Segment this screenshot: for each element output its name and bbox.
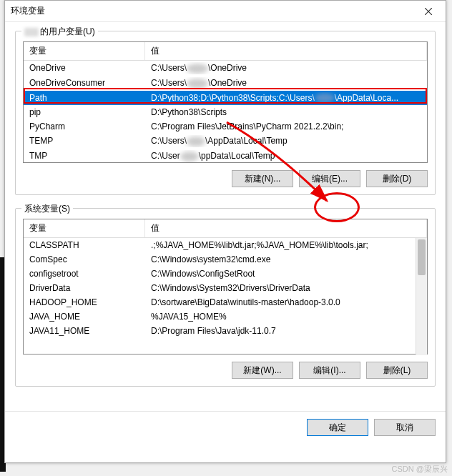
- table-row: JAVA11_HOMED:\Program Files\Java\jdk-11.…: [24, 324, 427, 338]
- dialog-title: 环境变量: [11, 5, 417, 17]
- system-delete-button[interactable]: 删除(L): [366, 362, 428, 379]
- list-header: 变量 值: [24, 42, 427, 61]
- user-new-button[interactable]: 新建(N)...: [232, 170, 293, 187]
- table-row: TMPC:\User\ppData\Local\Temp: [24, 149, 427, 164]
- header-value[interactable]: 值: [145, 219, 427, 237]
- table-row: ComSpecC:\Windows\system32\cmd.exe: [24, 252, 427, 267]
- system-vars-group: 系统变量(S) 变量 值 CLASSPATH.;%JAVA_HOME%\lib\…: [15, 208, 436, 387]
- table-row: configsetrootC:\Windows\ConfigSetRoot: [24, 267, 427, 281]
- table-row: OneDriveConsumerC:\Users\\OneDrive: [24, 76, 427, 91]
- system-vars-label: 系统变量(S): [21, 203, 73, 215]
- system-vars-list[interactable]: 变量 值 CLASSPATH.;%JAVA_HOME%\lib\dt.jar;%…: [23, 219, 428, 354]
- user-edit-button[interactable]: 编辑(E)...: [299, 170, 360, 187]
- close-button[interactable]: [417, 1, 440, 21]
- list-header: 变量 值: [24, 219, 427, 238]
- system-edit-button[interactable]: 编辑(I)...: [299, 362, 360, 379]
- table-row: pipD:\Python38\Scripts: [24, 105, 427, 119]
- user-vars-list[interactable]: 变量 值 OneDriveC:\Users\\OneDrive OneDrive…: [23, 41, 428, 163]
- system-vars-body: CLASSPATH.;%JAVA_HOME%\lib\dt.jar;%JAVA_…: [24, 238, 427, 355]
- user-delete-button[interactable]: 删除(D): [366, 170, 428, 187]
- table-row: DriverDataC:\Windows\System32\Drivers\Dr…: [24, 281, 427, 295]
- titlebar[interactable]: 环境变量: [5, 1, 446, 22]
- cancel-button[interactable]: 取消: [374, 419, 436, 436]
- env-vars-dialog: 环境变量 的用户变量(U) 变量 值 OneDriveC:\Users\\One…: [4, 0, 446, 463]
- ok-button[interactable]: 确定: [307, 419, 368, 436]
- header-variable[interactable]: 变量: [24, 219, 145, 237]
- table-row: JAVA_HOME%JAVA15_HOME%: [24, 309, 427, 324]
- system-vars-scrollbar[interactable]: [416, 238, 427, 355]
- header-value[interactable]: 值: [145, 42, 427, 60]
- dialog-buttons: 确定 取消: [5, 411, 446, 443]
- table-row: HADOOP_HOMED:\sortware\BigData\winutils-…: [24, 295, 427, 309]
- table-row-path[interactable]: PathD:\Python38;D:\Python38\Scripts;C:\U…: [24, 91, 427, 106]
- user-vars-group: 的用户变量(U) 变量 值 OneDriveC:\Users\\OneDrive…: [15, 31, 436, 195]
- watermark: CSDN @梁辰兴: [392, 464, 448, 475]
- scroll-thumb[interactable]: [418, 239, 426, 275]
- user-vars-label: 的用户变量(U): [21, 26, 98, 38]
- user-vars-body: OneDriveC:\Users\\OneDrive OneDriveConsu…: [24, 61, 427, 164]
- system-new-button[interactable]: 新建(W)...: [232, 362, 293, 379]
- header-variable[interactable]: 变量: [24, 42, 145, 60]
- table-row: OneDriveC:\Users\\OneDrive: [24, 61, 427, 76]
- table-row: TEMPC:\Users\\AppData\Local\Temp: [24, 134, 427, 149]
- table-row: PyCharmC:\Program Files\JetBrains\PyChar…: [24, 119, 427, 134]
- close-icon: [425, 8, 432, 15]
- table-row: CLASSPATH.;%JAVA_HOME%\lib\dt.jar;%JAVA_…: [24, 238, 427, 252]
